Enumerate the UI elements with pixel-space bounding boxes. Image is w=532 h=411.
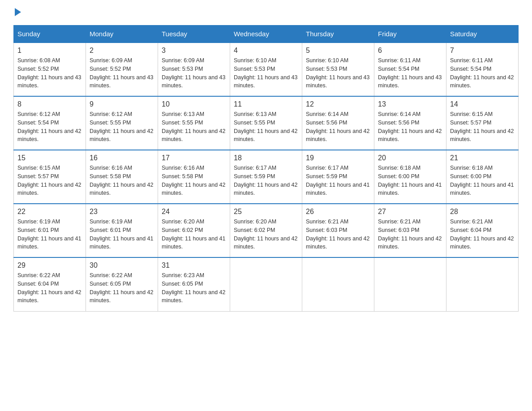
calendar-cell [302,257,374,311]
day-info: Sunrise: 6:16 AM Sunset: 5:58 PM Dayligh… [90,164,154,197]
day-number: 10 [162,100,226,108]
calendar-cell: 30 Sunrise: 6:22 AM Sunset: 6:05 PM Dayl… [86,257,158,311]
day-number: 20 [378,154,442,162]
day-number: 2 [90,47,154,55]
day-info: Sunrise: 6:13 AM Sunset: 5:55 PM Dayligh… [162,110,226,144]
day-number: 31 [162,261,226,270]
calendar-cell [374,257,446,311]
day-info: Sunrise: 6:19 AM Sunset: 6:01 PM Dayligh… [17,218,82,251]
day-info: Sunrise: 6:20 AM Sunset: 6:02 PM Dayligh… [162,218,226,251]
day-number: 7 [450,47,515,55]
calendar-cell: 14 Sunrise: 6:15 AM Sunset: 5:57 PM Dayl… [446,96,519,150]
day-info: Sunrise: 6:17 AM Sunset: 5:59 PM Dayligh… [306,164,370,197]
day-info: Sunrise: 6:09 AM Sunset: 5:52 PM Dayligh… [90,56,154,90]
calendar-cell: 12 Sunrise: 6:14 AM Sunset: 5:56 PM Dayl… [302,96,374,150]
calendar-cell: 25 Sunrise: 6:20 AM Sunset: 6:02 PM Dayl… [230,204,302,257]
day-number: 17 [162,154,226,162]
calendar-cell [446,257,519,311]
day-info: Sunrise: 6:15 AM Sunset: 5:57 PM Dayligh… [17,164,82,197]
calendar-week-row: 29 Sunrise: 6:22 AM Sunset: 6:04 PM Dayl… [14,257,519,311]
day-info: Sunrise: 6:14 AM Sunset: 5:56 PM Dayligh… [378,110,442,144]
calendar-cell: 7 Sunrise: 6:11 AM Sunset: 5:54 PM Dayli… [446,43,519,96]
day-number: 26 [306,208,370,216]
day-number: 8 [17,100,82,108]
calendar-cell: 6 Sunrise: 6:11 AM Sunset: 5:54 PM Dayli… [374,43,446,96]
day-info: Sunrise: 6:14 AM Sunset: 5:56 PM Dayligh… [306,110,370,144]
calendar-header-sunday: Sunday [14,26,86,43]
day-number: 3 [162,47,226,55]
calendar-cell: 23 Sunrise: 6:19 AM Sunset: 6:01 PM Dayl… [86,204,158,257]
calendar-cell: 29 Sunrise: 6:22 AM Sunset: 6:04 PM Dayl… [14,257,86,311]
calendar-table: SundayMondayTuesdayWednesdayThursdayFrid… [13,25,519,312]
day-info: Sunrise: 6:22 AM Sunset: 6:05 PM Dayligh… [90,271,154,305]
day-number: 18 [234,154,298,162]
day-info: Sunrise: 6:09 AM Sunset: 5:53 PM Dayligh… [162,56,226,90]
day-info: Sunrise: 6:21 AM Sunset: 6:04 PM Dayligh… [450,218,515,251]
day-number: 30 [90,261,154,270]
calendar-header-row: SundayMondayTuesdayWednesdayThursdayFrid… [14,26,519,43]
day-number: 21 [450,154,515,162]
calendar-week-row: 1 Sunrise: 6:08 AM Sunset: 5:52 PM Dayli… [14,43,519,96]
calendar-header-thursday: Thursday [302,26,374,43]
day-number: 29 [17,261,82,270]
calendar-cell [230,257,302,311]
calendar-cell: 17 Sunrise: 6:16 AM Sunset: 5:58 PM Dayl… [158,150,230,204]
calendar-cell: 2 Sunrise: 6:09 AM Sunset: 5:52 PM Dayli… [86,43,158,96]
calendar-cell: 11 Sunrise: 6:13 AM Sunset: 5:55 PM Dayl… [230,96,302,150]
calendar-cell: 3 Sunrise: 6:09 AM Sunset: 5:53 PM Dayli… [158,43,230,96]
calendar-cell: 9 Sunrise: 6:12 AM Sunset: 5:55 PM Dayli… [86,96,158,150]
day-number: 25 [234,208,298,216]
day-info: Sunrise: 6:12 AM Sunset: 5:55 PM Dayligh… [90,110,154,144]
calendar-cell: 5 Sunrise: 6:10 AM Sunset: 5:53 PM Dayli… [302,43,374,96]
day-info: Sunrise: 6:10 AM Sunset: 5:53 PM Dayligh… [306,56,370,90]
calendar-cell: 10 Sunrise: 6:13 AM Sunset: 5:55 PM Dayl… [158,96,230,150]
calendar-cell: 28 Sunrise: 6:21 AM Sunset: 6:04 PM Dayl… [446,204,519,257]
day-number: 16 [90,154,154,162]
day-info: Sunrise: 6:15 AM Sunset: 5:57 PM Dayligh… [450,110,515,144]
day-info: Sunrise: 6:12 AM Sunset: 5:54 PM Dayligh… [17,110,82,144]
day-info: Sunrise: 6:16 AM Sunset: 5:58 PM Dayligh… [162,164,226,197]
calendar-week-row: 8 Sunrise: 6:12 AM Sunset: 5:54 PM Dayli… [14,96,519,150]
day-number: 4 [234,47,298,55]
calendar-cell: 1 Sunrise: 6:08 AM Sunset: 5:52 PM Dayli… [14,43,86,96]
calendar-week-row: 15 Sunrise: 6:15 AM Sunset: 5:57 PM Dayl… [14,150,519,204]
day-info: Sunrise: 6:17 AM Sunset: 5:59 PM Dayligh… [234,164,298,197]
calendar-header-wednesday: Wednesday [230,26,302,43]
day-number: 22 [17,208,82,216]
day-info: Sunrise: 6:21 AM Sunset: 6:03 PM Dayligh… [306,218,370,251]
day-number: 14 [450,100,515,108]
day-info: Sunrise: 6:20 AM Sunset: 6:02 PM Dayligh… [234,218,298,251]
day-info: Sunrise: 6:19 AM Sunset: 6:01 PM Dayligh… [90,218,154,251]
day-number: 19 [306,154,370,162]
calendar-cell: 20 Sunrise: 6:18 AM Sunset: 6:00 PM Dayl… [374,150,446,204]
day-number: 28 [450,208,515,216]
calendar-cell: 24 Sunrise: 6:20 AM Sunset: 6:02 PM Dayl… [158,204,230,257]
calendar-cell: 8 Sunrise: 6:12 AM Sunset: 5:54 PM Dayli… [14,96,86,150]
day-info: Sunrise: 6:11 AM Sunset: 5:54 PM Dayligh… [378,56,442,90]
day-info: Sunrise: 6:21 AM Sunset: 6:03 PM Dayligh… [378,218,442,251]
calendar-cell: 16 Sunrise: 6:16 AM Sunset: 5:58 PM Dayl… [86,150,158,204]
calendar-cell: 27 Sunrise: 6:21 AM Sunset: 6:03 PM Dayl… [374,204,446,257]
day-info: Sunrise: 6:22 AM Sunset: 6:04 PM Dayligh… [17,271,82,305]
day-number: 1 [17,47,82,55]
day-info: Sunrise: 6:18 AM Sunset: 6:00 PM Dayligh… [378,164,442,197]
day-number: 24 [162,208,226,216]
calendar-cell: 4 Sunrise: 6:10 AM Sunset: 5:53 PM Dayli… [230,43,302,96]
calendar-cell: 13 Sunrise: 6:14 AM Sunset: 5:56 PM Dayl… [374,96,446,150]
calendar-week-row: 22 Sunrise: 6:19 AM Sunset: 6:01 PM Dayl… [14,204,519,257]
day-number: 13 [378,100,442,108]
calendar-cell: 22 Sunrise: 6:19 AM Sunset: 6:01 PM Dayl… [14,204,86,257]
calendar-cell: 26 Sunrise: 6:21 AM Sunset: 6:03 PM Dayl… [302,204,374,257]
day-info: Sunrise: 6:10 AM Sunset: 5:53 PM Dayligh… [234,56,298,90]
day-number: 11 [234,100,298,108]
calendar-header-tuesday: Tuesday [158,26,230,43]
day-info: Sunrise: 6:11 AM Sunset: 5:54 PM Dayligh… [450,56,515,90]
logo-arrow-icon [15,8,21,16]
day-info: Sunrise: 6:08 AM Sunset: 5:52 PM Dayligh… [17,56,82,90]
day-info: Sunrise: 6:18 AM Sunset: 6:00 PM Dayligh… [450,164,515,197]
day-number: 9 [90,100,154,108]
day-info: Sunrise: 6:23 AM Sunset: 6:05 PM Dayligh… [162,271,226,305]
day-number: 6 [378,47,442,55]
calendar-header-monday: Monday [86,26,158,43]
calendar-body: 1 Sunrise: 6:08 AM Sunset: 5:52 PM Dayli… [14,43,519,311]
